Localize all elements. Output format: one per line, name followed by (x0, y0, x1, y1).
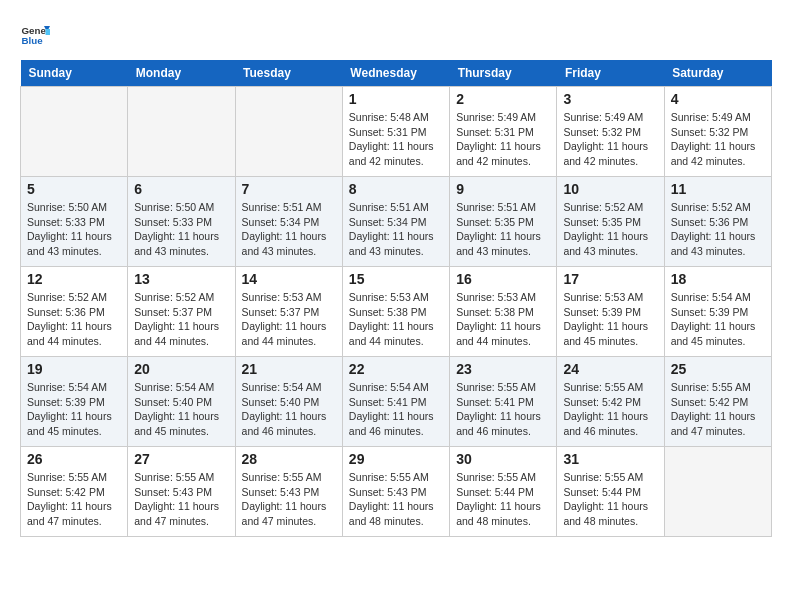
day-header-friday: Friday (557, 60, 664, 87)
cell-info: Sunrise: 5:50 AMSunset: 5:33 PMDaylight:… (27, 200, 121, 259)
cell-info: Sunrise: 5:55 AMSunset: 5:43 PMDaylight:… (134, 470, 228, 529)
calendar-cell: 26Sunrise: 5:55 AMSunset: 5:42 PMDayligh… (21, 447, 128, 537)
calendar-cell: 12Sunrise: 5:52 AMSunset: 5:36 PMDayligh… (21, 267, 128, 357)
cell-info: Sunrise: 5:52 AMSunset: 5:36 PMDaylight:… (671, 200, 765, 259)
cell-info: Sunrise: 5:54 AMSunset: 5:41 PMDaylight:… (349, 380, 443, 439)
day-number: 1 (349, 91, 443, 107)
day-number: 11 (671, 181, 765, 197)
day-number: 2 (456, 91, 550, 107)
cell-info: Sunrise: 5:49 AMSunset: 5:32 PMDaylight:… (671, 110, 765, 169)
calendar-cell: 25Sunrise: 5:55 AMSunset: 5:42 PMDayligh… (664, 357, 771, 447)
day-number: 20 (134, 361, 228, 377)
day-number: 6 (134, 181, 228, 197)
calendar-cell: 20Sunrise: 5:54 AMSunset: 5:40 PMDayligh… (128, 357, 235, 447)
calendar-cell (128, 87, 235, 177)
cell-info: Sunrise: 5:55 AMSunset: 5:42 PMDaylight:… (671, 380, 765, 439)
cell-info: Sunrise: 5:48 AMSunset: 5:31 PMDaylight:… (349, 110, 443, 169)
cell-info: Sunrise: 5:52 AMSunset: 5:36 PMDaylight:… (27, 290, 121, 349)
calendar-cell: 21Sunrise: 5:54 AMSunset: 5:40 PMDayligh… (235, 357, 342, 447)
cell-info: Sunrise: 5:49 AMSunset: 5:32 PMDaylight:… (563, 110, 657, 169)
calendar-cell (664, 447, 771, 537)
svg-text:Blue: Blue (22, 35, 44, 46)
day-number: 13 (134, 271, 228, 287)
day-number: 12 (27, 271, 121, 287)
header: General Blue (20, 20, 772, 50)
cell-info: Sunrise: 5:53 AMSunset: 5:39 PMDaylight:… (563, 290, 657, 349)
day-number: 7 (242, 181, 336, 197)
cell-info: Sunrise: 5:53 AMSunset: 5:38 PMDaylight:… (456, 290, 550, 349)
day-number: 28 (242, 451, 336, 467)
calendar-cell: 10Sunrise: 5:52 AMSunset: 5:35 PMDayligh… (557, 177, 664, 267)
calendar-week-5: 26Sunrise: 5:55 AMSunset: 5:42 PMDayligh… (21, 447, 772, 537)
calendar-cell: 18Sunrise: 5:54 AMSunset: 5:39 PMDayligh… (664, 267, 771, 357)
svg-marker-3 (46, 29, 51, 35)
cell-info: Sunrise: 5:54 AMSunset: 5:39 PMDaylight:… (671, 290, 765, 349)
day-number: 21 (242, 361, 336, 377)
cell-info: Sunrise: 5:55 AMSunset: 5:43 PMDaylight:… (349, 470, 443, 529)
day-number: 25 (671, 361, 765, 377)
calendar-cell: 8Sunrise: 5:51 AMSunset: 5:34 PMDaylight… (342, 177, 449, 267)
day-number: 8 (349, 181, 443, 197)
day-number: 5 (27, 181, 121, 197)
cell-info: Sunrise: 5:51 AMSunset: 5:35 PMDaylight:… (456, 200, 550, 259)
cell-info: Sunrise: 5:52 AMSunset: 5:35 PMDaylight:… (563, 200, 657, 259)
calendar-cell: 19Sunrise: 5:54 AMSunset: 5:39 PMDayligh… (21, 357, 128, 447)
cell-info: Sunrise: 5:55 AMSunset: 5:44 PMDaylight:… (563, 470, 657, 529)
cell-info: Sunrise: 5:52 AMSunset: 5:37 PMDaylight:… (134, 290, 228, 349)
calendar-cell: 31Sunrise: 5:55 AMSunset: 5:44 PMDayligh… (557, 447, 664, 537)
cell-info: Sunrise: 5:49 AMSunset: 5:31 PMDaylight:… (456, 110, 550, 169)
day-number: 27 (134, 451, 228, 467)
day-number: 18 (671, 271, 765, 287)
calendar-week-3: 12Sunrise: 5:52 AMSunset: 5:36 PMDayligh… (21, 267, 772, 357)
calendar-cell: 13Sunrise: 5:52 AMSunset: 5:37 PMDayligh… (128, 267, 235, 357)
logo-icon: General Blue (20, 20, 50, 50)
cell-info: Sunrise: 5:51 AMSunset: 5:34 PMDaylight:… (349, 200, 443, 259)
calendar-cell: 2Sunrise: 5:49 AMSunset: 5:31 PMDaylight… (450, 87, 557, 177)
calendar-cell: 11Sunrise: 5:52 AMSunset: 5:36 PMDayligh… (664, 177, 771, 267)
cell-info: Sunrise: 5:55 AMSunset: 5:43 PMDaylight:… (242, 470, 336, 529)
calendar-cell: 6Sunrise: 5:50 AMSunset: 5:33 PMDaylight… (128, 177, 235, 267)
day-number: 14 (242, 271, 336, 287)
day-number: 30 (456, 451, 550, 467)
day-number: 16 (456, 271, 550, 287)
calendar-cell: 29Sunrise: 5:55 AMSunset: 5:43 PMDayligh… (342, 447, 449, 537)
calendar-cell (21, 87, 128, 177)
day-header-wednesday: Wednesday (342, 60, 449, 87)
calendar-cell: 24Sunrise: 5:55 AMSunset: 5:42 PMDayligh… (557, 357, 664, 447)
day-header-sunday: Sunday (21, 60, 128, 87)
day-number: 3 (563, 91, 657, 107)
day-number: 31 (563, 451, 657, 467)
calendar-header: SundayMondayTuesdayWednesdayThursdayFrid… (21, 60, 772, 87)
day-number: 10 (563, 181, 657, 197)
calendar-cell: 3Sunrise: 5:49 AMSunset: 5:32 PMDaylight… (557, 87, 664, 177)
day-header-monday: Monday (128, 60, 235, 87)
cell-info: Sunrise: 5:55 AMSunset: 5:44 PMDaylight:… (456, 470, 550, 529)
calendar-table: SundayMondayTuesdayWednesdayThursdayFrid… (20, 60, 772, 537)
calendar-cell: 1Sunrise: 5:48 AMSunset: 5:31 PMDaylight… (342, 87, 449, 177)
calendar-cell: 14Sunrise: 5:53 AMSunset: 5:37 PMDayligh… (235, 267, 342, 357)
cell-info: Sunrise: 5:51 AMSunset: 5:34 PMDaylight:… (242, 200, 336, 259)
calendar-cell: 27Sunrise: 5:55 AMSunset: 5:43 PMDayligh… (128, 447, 235, 537)
logo: General Blue (20, 20, 50, 50)
day-number: 24 (563, 361, 657, 377)
calendar-cell: 23Sunrise: 5:55 AMSunset: 5:41 PMDayligh… (450, 357, 557, 447)
cell-info: Sunrise: 5:54 AMSunset: 5:40 PMDaylight:… (242, 380, 336, 439)
day-number: 23 (456, 361, 550, 377)
day-number: 26 (27, 451, 121, 467)
calendar-cell: 4Sunrise: 5:49 AMSunset: 5:32 PMDaylight… (664, 87, 771, 177)
calendar-week-2: 5Sunrise: 5:50 AMSunset: 5:33 PMDaylight… (21, 177, 772, 267)
calendar-cell: 16Sunrise: 5:53 AMSunset: 5:38 PMDayligh… (450, 267, 557, 357)
day-header-thursday: Thursday (450, 60, 557, 87)
day-number: 29 (349, 451, 443, 467)
cell-info: Sunrise: 5:50 AMSunset: 5:33 PMDaylight:… (134, 200, 228, 259)
cell-info: Sunrise: 5:53 AMSunset: 5:38 PMDaylight:… (349, 290, 443, 349)
cell-info: Sunrise: 5:54 AMSunset: 5:39 PMDaylight:… (27, 380, 121, 439)
cell-info: Sunrise: 5:53 AMSunset: 5:37 PMDaylight:… (242, 290, 336, 349)
calendar-cell: 9Sunrise: 5:51 AMSunset: 5:35 PMDaylight… (450, 177, 557, 267)
calendar-cell: 28Sunrise: 5:55 AMSunset: 5:43 PMDayligh… (235, 447, 342, 537)
calendar-cell: 17Sunrise: 5:53 AMSunset: 5:39 PMDayligh… (557, 267, 664, 357)
calendar-body: 1Sunrise: 5:48 AMSunset: 5:31 PMDaylight… (21, 87, 772, 537)
calendar-cell: 5Sunrise: 5:50 AMSunset: 5:33 PMDaylight… (21, 177, 128, 267)
day-number: 19 (27, 361, 121, 377)
calendar-cell: 15Sunrise: 5:53 AMSunset: 5:38 PMDayligh… (342, 267, 449, 357)
